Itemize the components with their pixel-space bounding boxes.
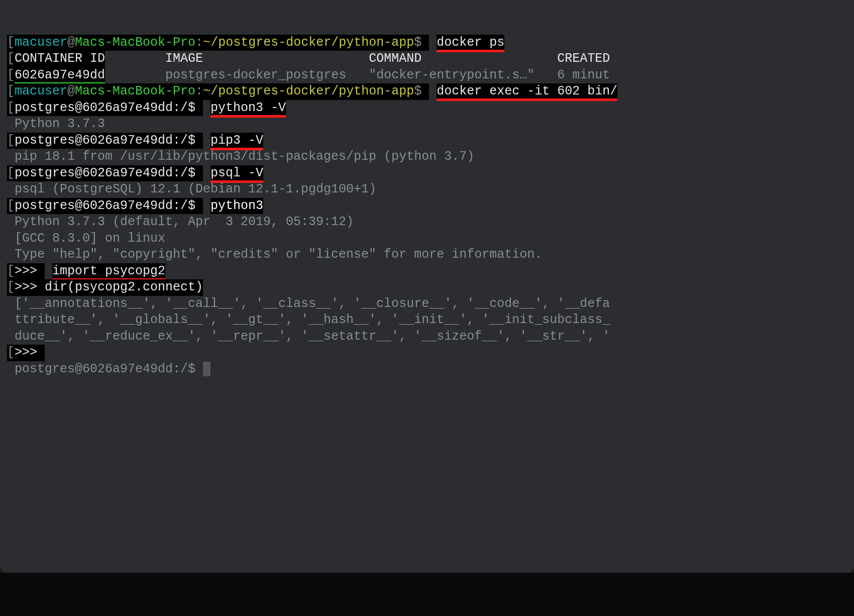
spacing	[105, 51, 165, 66]
cmd-python3-v: python3 -V	[210, 100, 286, 118]
bracket: [	[7, 264, 15, 278]
header-created: CREATED	[557, 51, 610, 66]
output-psql-version: psql (PostgreSQL) 12.1 (Debian 12.1-1.pg…	[7, 182, 376, 196]
docker-prompt: postgres@6026a97e49dd:/$	[15, 166, 203, 180]
docker-prompt: postgres@6026a97e49dd:/$	[15, 198, 203, 213]
spacing	[203, 51, 369, 66]
output-dir-result: duce__', '__reduce_ex__', '__repr__', '_…	[7, 329, 610, 344]
bracket: [	[7, 84, 15, 98]
prompt-path: ~/postgres-docker/python-app	[203, 84, 414, 98]
row-container-id: 6026a97e49dd	[15, 68, 105, 85]
output-python-banner: Python 3.7.3 (default, Apr 3 2019, 05:39…	[7, 215, 354, 229]
bracket: [	[7, 345, 15, 360]
cmd-dir-connect: dir(psycopg2.connect)	[45, 280, 203, 294]
prompt-dollar: $	[414, 35, 429, 50]
bracket: [	[7, 35, 15, 50]
bottom-area	[0, 573, 854, 616]
bracket: [	[7, 198, 15, 213]
final-prompt: postgres@6026a97e49dd:/$	[7, 362, 203, 376]
cmd-psql-v: psql -V	[210, 166, 263, 183]
output-python-banner: Type "help", "copyright", "credits" or "…	[7, 247, 542, 262]
repl-prompt: >>>	[15, 264, 45, 278]
bracket: [	[7, 68, 15, 82]
prompt-host: Macs-MacBook-Pro	[75, 35, 195, 50]
repl-prompt: >>>	[15, 280, 45, 294]
cmd-python3: python3	[210, 198, 263, 215]
spacing	[346, 68, 369, 82]
cmd-import-psycopg2: import psycopg2	[52, 264, 165, 281]
cmd-docker-exec: docker exec -it 602 bin/	[437, 84, 617, 101]
row-image: postgres-docker_postgres	[165, 68, 346, 82]
output-dir-result: ttribute__', '__globals__', '__gt__', '_…	[7, 313, 610, 327]
row-command: "docker-entrypoint.s…"	[369, 68, 535, 82]
prompt-at: @	[67, 84, 75, 98]
bracket: [	[7, 100, 15, 115]
output-dir-result: ['__annotations__', '__call__', '__class…	[7, 296, 610, 311]
docker-prompt: postgres@6026a97e49dd:/$	[15, 133, 203, 148]
repl-prompt: >>>	[15, 345, 45, 360]
cmd-docker-ps: docker ps	[437, 35, 504, 52]
prompt-host: Macs-MacBook-Pro	[75, 84, 195, 98]
docker-prompt: postgres@6026a97e49dd:/$	[15, 100, 203, 115]
row-created: 6 minut	[557, 68, 610, 82]
bracket: [	[7, 51, 15, 66]
prompt-dollar: $	[414, 84, 429, 98]
output-python-banner: [GCC 8.3.0] on linux	[7, 231, 165, 246]
terminal-content[interactable]: [macuser@Macs-MacBook-Pro:~/postgres-doc…	[0, 17, 854, 378]
bracket: [	[7, 166, 15, 180]
output-pip-version: pip 18.1 from /usr/lib/python3/dist-pack…	[7, 149, 474, 164]
header-container-id: CONTAINER ID	[15, 51, 105, 66]
header-command: COMMAND	[369, 51, 421, 66]
spacing	[535, 68, 557, 82]
cmd-pip3-v: pip3 -V	[210, 133, 263, 150]
spacing	[421, 51, 557, 66]
spacing	[105, 68, 165, 82]
prompt-at: @	[67, 35, 75, 50]
prompt-colon: :	[195, 35, 203, 50]
prompt-colon: :	[195, 84, 203, 98]
output-python-version: Python 3.7.3	[7, 117, 105, 131]
terminal-window[interactable]: [macuser@Macs-MacBook-Pro:~/postgres-doc…	[0, 0, 854, 573]
bracket: [	[7, 133, 15, 148]
header-image: IMAGE	[165, 51, 203, 66]
prompt-user: macuser	[15, 35, 67, 50]
bracket: [	[7, 280, 15, 294]
cursor-icon	[203, 362, 210, 376]
prompt-path: ~/postgres-docker/python-app	[203, 35, 414, 50]
prompt-user: macuser	[15, 84, 67, 98]
